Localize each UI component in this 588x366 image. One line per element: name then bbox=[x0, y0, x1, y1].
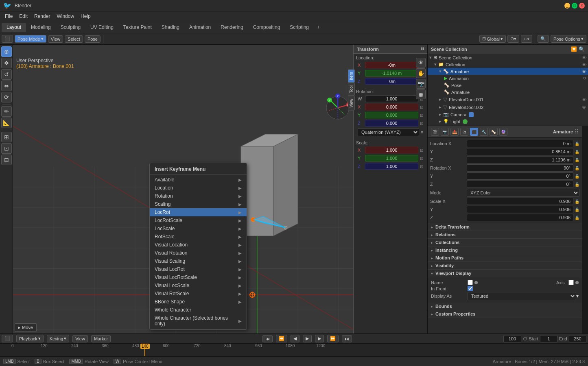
outliner-animation[interactable]: ▶ Animation ⟳ bbox=[428, 75, 588, 82]
tab-texture-paint[interactable]: Texture Paint bbox=[118, 23, 157, 32]
props-tab-modifier[interactable]: 🔧 bbox=[480, 128, 488, 136]
jump-next-keyframe-btn[interactable]: ⏩ bbox=[327, 335, 339, 342]
obj-rotation-z-val[interactable]: 0° bbox=[467, 181, 573, 188]
ctx-visual-rotation[interactable]: Visual Rotation▶ bbox=[150, 249, 247, 257]
viewport-display-section[interactable]: ▾ Viewport Display bbox=[428, 270, 582, 277]
elevator1-eye[interactable]: 👁 bbox=[582, 97, 586, 102]
annotate-tool[interactable]: ✏ bbox=[1, 106, 12, 117]
tab-uv-editing[interactable]: UV Editing bbox=[85, 23, 118, 32]
props-tab-view-layer[interactable]: 🗂 bbox=[460, 128, 468, 136]
motion-paths-section[interactable]: ▸ Motion Paths bbox=[428, 254, 582, 262]
tab-shading[interactable]: Shading bbox=[157, 23, 184, 32]
ctx-rotation[interactable]: Rotation▶ bbox=[150, 192, 247, 200]
obj-scale-y-val[interactable]: 0.906 bbox=[467, 206, 573, 213]
outliner-armature-data[interactable]: 🦴 Armature bbox=[428, 89, 588, 96]
move-tool[interactable]: ✥ bbox=[1, 58, 12, 68]
collections-section[interactable]: ▸ Collections bbox=[428, 239, 582, 246]
ctx-visual-rotscale[interactable]: Visual RotScale▶ bbox=[150, 290, 247, 298]
vp-axis-checkbox[interactable] bbox=[568, 280, 574, 285]
side-tab-item[interactable]: Item bbox=[348, 69, 355, 83]
delta-transform-section[interactable]: ▸ Delta Transform bbox=[428, 223, 582, 231]
pose-mode-selector[interactable]: Pose Mode ▾ bbox=[15, 35, 46, 43]
location-y-value[interactable]: -1.0148 m bbox=[365, 70, 418, 76]
rotate-tool[interactable]: ↺ bbox=[1, 69, 12, 80]
tab-sculpting[interactable]: Sculpting bbox=[56, 23, 85, 32]
maximize-button[interactable]: □ bbox=[572, 3, 577, 9]
custom-tool-2[interactable]: ⊟ bbox=[1, 155, 12, 165]
keying-menu[interactable]: Keying ▾ bbox=[47, 335, 70, 342]
viewport-icon-2[interactable]: ✋ bbox=[416, 68, 426, 78]
relations-section[interactable]: ▸ Relations bbox=[428, 231, 582, 239]
obj-scale-z-val[interactable]: 0.906 bbox=[467, 214, 573, 221]
step-fwd-btn[interactable]: ▶ bbox=[315, 335, 324, 342]
scale-y-value[interactable]: 1.000 bbox=[365, 155, 418, 161]
menu-help[interactable]: Help bbox=[77, 13, 94, 20]
ctx-location[interactable]: Location▶ bbox=[150, 184, 247, 192]
pose-menu-button[interactable]: Pose bbox=[85, 35, 101, 43]
select-menu-button[interactable]: Select bbox=[65, 35, 83, 43]
viewport-shading-buttons[interactable]: ⬭▾ bbox=[521, 35, 532, 43]
ctx-visual-locrotscale[interactable]: Visual LocRotScale▶ bbox=[150, 273, 247, 281]
end-frame-input[interactable]: 250 bbox=[569, 335, 586, 342]
tab-rendering[interactable]: Rendering bbox=[216, 23, 248, 32]
tab-compositing[interactable]: Compositing bbox=[248, 23, 285, 32]
playback-menu[interactable]: Playback ▾ bbox=[16, 335, 44, 342]
side-tab-tool[interactable]: Tool bbox=[348, 83, 355, 96]
menu-file[interactable]: File bbox=[2, 13, 16, 20]
ctx-visual-locrot[interactable]: Visual LocRot▶ bbox=[150, 265, 247, 273]
rotation-x-value[interactable]: 0.000 bbox=[365, 104, 418, 110]
vp-displayas-select[interactable]: Textured Solid Wire bbox=[468, 292, 576, 300]
current-frame-input[interactable]: 100 bbox=[503, 335, 521, 342]
proportional-edit-button[interactable]: ⊙▾ bbox=[507, 35, 519, 43]
rotation-y-value[interactable]: 0.000 bbox=[365, 112, 418, 118]
ctx-scaling[interactable]: Scaling▶ bbox=[150, 200, 247, 208]
timeline-ruler[interactable]: 0 120 240 360 480 600 720 840 960 1080 1… bbox=[0, 344, 588, 356]
armature-eye[interactable]: 👁 bbox=[582, 69, 586, 74]
measure-tool[interactable]: 📐 bbox=[1, 118, 12, 128]
relationship-lines-tool[interactable]: ⊞ bbox=[1, 132, 12, 142]
scale-z-copy[interactable]: ⊡ bbox=[420, 164, 423, 169]
vp-name-checkbox[interactable] bbox=[468, 280, 473, 285]
scale-y-copy[interactable]: ⊡ bbox=[420, 156, 423, 161]
rotation-y-copy[interactable]: ⊡ bbox=[420, 113, 423, 118]
outliner-camera[interactable]: ▸ 📷 Camera bbox=[428, 111, 588, 118]
tab-modeling[interactable]: Modeling bbox=[26, 23, 56, 32]
ctx-locrot[interactable]: LocRot▶ bbox=[150, 208, 247, 216]
viewport[interactable]: User Perspective (100) Armature : Bone.0… bbox=[13, 45, 427, 333]
timeline-editor-type[interactable]: ⬛ bbox=[2, 335, 13, 342]
outliner-scene-collection[interactable]: ▾ ⊞ Scene Collection 👁 bbox=[428, 54, 588, 61]
tab-scripting[interactable]: Scripting bbox=[285, 23, 314, 32]
side-tab-view[interactable]: View bbox=[348, 96, 355, 111]
obj-rotation-z-lock[interactable]: 🔒 bbox=[575, 182, 579, 187]
props-tab-material[interactable]: 🔮 bbox=[499, 128, 507, 136]
ctx-rotscale[interactable]: RotScale▶ bbox=[150, 233, 247, 241]
minimize-button[interactable]: _ bbox=[564, 3, 570, 9]
obj-location-y-lock[interactable]: 🔒 bbox=[575, 150, 579, 154]
viewport-icon-camera[interactable]: 📷 bbox=[416, 79, 426, 89]
outliner-filter-btn[interactable]: 🔽 bbox=[571, 46, 577, 52]
obj-scale-x-lock[interactable]: 🔒 bbox=[575, 199, 579, 204]
viewport-icon-3[interactable]: ▦ bbox=[416, 89, 426, 99]
props-tab-object-data[interactable]: 🦴 bbox=[490, 128, 498, 136]
obj-rotation-x-lock[interactable]: 🔒 bbox=[575, 166, 579, 170]
props-tab-scene[interactable]: 🎬 bbox=[431, 128, 439, 136]
visibility-section[interactable]: ▸ Visibility bbox=[428, 262, 582, 270]
elevator2-eye[interactable]: 👁 bbox=[582, 105, 586, 110]
ctx-visual-location[interactable]: Visual Location▶ bbox=[150, 241, 247, 249]
menu-edit[interactable]: Edit bbox=[16, 13, 31, 20]
step-back-btn[interactable]: ◀ bbox=[291, 335, 299, 342]
collection-eye[interactable]: 👁 bbox=[582, 62, 586, 67]
obj-rotation-y-val[interactable]: 0° bbox=[467, 172, 573, 180]
obj-location-y-val[interactable]: 0.8514 m bbox=[467, 148, 573, 155]
ctx-whole-character-selected[interactable]: Whole Character (Selected bones only)▶ bbox=[150, 314, 247, 328]
start-frame-input[interactable]: 1 bbox=[540, 335, 557, 342]
location-x-value[interactable]: -0m bbox=[365, 62, 418, 68]
bounds-section[interactable]: ▸ Bounds bbox=[428, 303, 582, 310]
obj-location-z-val[interactable]: 1.1206 m bbox=[467, 156, 573, 163]
obj-location-z-lock[interactable]: 🔒 bbox=[575, 158, 579, 162]
vp-infront-checkbox[interactable] bbox=[468, 286, 473, 291]
menu-window[interactable]: Window bbox=[53, 13, 77, 20]
ctx-bbone-shape[interactable]: BBone Shape▶ bbox=[150, 298, 247, 306]
ctx-whole-character[interactable]: Whole Character bbox=[150, 306, 247, 314]
obj-location-x-lock[interactable]: 🔒 bbox=[575, 142, 579, 146]
